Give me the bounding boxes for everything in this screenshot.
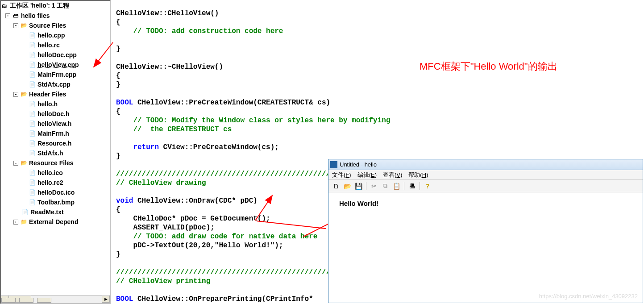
- tree-file[interactable]: 📄 hello.rc: [1, 40, 110, 50]
- code-line: CHelloView::PreCreateWindow(CREATESTRUCT…: [133, 99, 330, 107]
- h-file-icon: 📄: [29, 110, 36, 117]
- tree-file-selected[interactable]: 📄 helloView.cpp: [1, 60, 110, 70]
- paste-icon[interactable]: 📋: [391, 181, 401, 191]
- code-keyword: return: [133, 143, 159, 151]
- tree-file[interactable]: 📄helloDoc.h: [1, 109, 110, 119]
- new-file-icon[interactable]: 🗋: [331, 181, 341, 191]
- app-icon: [330, 161, 337, 168]
- tree-file-label: hello.rc2: [37, 179, 63, 186]
- hello-world-text: Hello World!: [339, 200, 378, 207]
- tree-file-label: MainFrm.cpp: [37, 71, 76, 78]
- code-keyword: BOOL: [116, 295, 133, 303]
- tree-folder-label: External Depend: [29, 218, 78, 225]
- tree-root[interactable]: 🗂 工作区 'hello': 1 工程: [1, 1, 110, 11]
- tree-file[interactable]: 📄Resource.h: [1, 138, 110, 148]
- collapse-icon[interactable]: -: [13, 92, 18, 97]
- tree-folder-external[interactable]: + 📁 External Depend: [1, 217, 110, 227]
- rc2-file-icon: 📄: [29, 179, 36, 186]
- tree-file[interactable]: 📄Toolbar.bmp: [1, 197, 110, 207]
- workspace-tabs: [1, 298, 51, 303]
- collapse-icon[interactable]: -: [13, 23, 18, 28]
- tree-file[interactable]: 📄StdAfx.h: [1, 148, 110, 158]
- folder-open-icon: 📂: [20, 22, 27, 29]
- toolbar-separator: [420, 182, 420, 190]
- tree-file[interactable]: 📄hello.rc2: [1, 178, 110, 187]
- open-file-icon[interactable]: 📂: [342, 181, 352, 191]
- toolbar-separator: [404, 182, 404, 190]
- collapse-icon[interactable]: -: [5, 13, 10, 18]
- code-line: }: [116, 81, 120, 89]
- workspace-tab[interactable]: [1, 298, 16, 303]
- tree-file[interactable]: 📄helloDoc.ico: [1, 187, 110, 197]
- folder-open-icon: 📂: [20, 159, 27, 167]
- tree-folder-header[interactable]: - 📂 Header Files: [1, 89, 110, 99]
- cpp-file-icon: 📄: [29, 81, 36, 88]
- project-icon: 🗃: [12, 12, 19, 19]
- code-line: {: [116, 18, 120, 26]
- code-line: CHelloView::CHelloView(): [116, 9, 219, 17]
- menu-edit[interactable]: 编辑(E): [357, 171, 377, 179]
- code-comment: // TODO: add construction code here: [133, 27, 283, 35]
- tree-file-readme[interactable]: 📄 ReadMe.txt: [1, 207, 110, 217]
- h-file-icon: 📄: [29, 150, 36, 157]
- h-file-icon: 📄: [29, 140, 36, 147]
- help-icon[interactable]: ?: [423, 181, 432, 191]
- app-titlebar[interactable]: Untitled - hello: [328, 159, 643, 170]
- scroll-right-button[interactable]: ▶: [102, 296, 110, 303]
- tree-file-label: Resource.h: [37, 140, 71, 147]
- menu-view[interactable]: 查看(V): [383, 171, 402, 179]
- tree-folder-resource[interactable]: - 📂 Resource Files: [1, 158, 110, 168]
- tree-file[interactable]: 📄helloView.h: [1, 119, 110, 129]
- tree-file-label: hello.cpp: [37, 32, 65, 39]
- expand-icon[interactable]: +: [13, 220, 18, 225]
- toolbar-separator: [366, 182, 366, 190]
- code-keyword: BOOL: [116, 99, 133, 107]
- h-file-icon: 📄: [29, 130, 36, 137]
- tree-file[interactable]: 📄 StdAfx.cpp: [1, 79, 110, 89]
- tree-file-label: hello.ico: [37, 169, 63, 176]
- tree-file[interactable]: 📄MainFrm.h: [1, 129, 110, 138]
- hello-app-window: Untitled - hello 文件(F) 编辑(E) 查看(V) 帮助(H)…: [328, 159, 643, 303]
- cpp-file-icon: 📄: [29, 32, 36, 39]
- menu-help[interactable]: 帮助(H): [408, 171, 428, 179]
- tree-file[interactable]: 📄hello.ico: [1, 168, 110, 178]
- tree-file[interactable]: 📄 helloDoc.cpp: [1, 50, 110, 60]
- code-line: CHelloDoc* pDoc = GetDocument();: [133, 215, 270, 223]
- cpp-file-icon: 📄: [29, 51, 36, 58]
- tree-file[interactable]: 📄hello.h: [1, 99, 110, 109]
- tree-file-label: helloView.h: [37, 120, 71, 127]
- workspace-tab[interactable]: [19, 298, 33, 303]
- save-icon[interactable]: 💾: [353, 181, 363, 191]
- code-line: ASSERT_VALID(pDoc);: [133, 224, 214, 232]
- tree-file[interactable]: 📄 hello.cpp: [1, 30, 110, 40]
- cut-icon[interactable]: ✂: [369, 181, 379, 191]
- copy-icon[interactable]: ⧉: [380, 181, 390, 191]
- tree-file-label: helloDoc.ico: [37, 189, 75, 196]
- h-file-icon: 📄: [29, 100, 36, 108]
- tree-file-label: helloDoc.h: [37, 110, 70, 117]
- tree-project[interactable]: - 🗃 hello files: [1, 11, 110, 21]
- tree-file[interactable]: 📄 MainFrm.cpp: [1, 70, 110, 79]
- menu-file[interactable]: 文件(F): [332, 171, 351, 179]
- folder-open-icon: 📂: [20, 91, 27, 98]
- collapse-icon[interactable]: -: [13, 161, 18, 166]
- workspace-tab[interactable]: [37, 298, 51, 303]
- tree-folder-label: Header Files: [29, 91, 66, 98]
- code-line: CHelloView::OnDraw(CDC* pDC): [133, 197, 257, 205]
- workspace-tree[interactable]: 🗂 工作区 'hello': 1 工程 - 🗃 hello files - 📂 …: [1, 1, 110, 285]
- print-icon[interactable]: 🖶: [407, 181, 417, 191]
- rc-file-icon: 📄: [29, 42, 36, 49]
- tree-file-label: hello.h: [37, 100, 58, 108]
- cpp-file-icon: 📄: [29, 71, 36, 78]
- folder-icon: 📁: [20, 218, 27, 225]
- code-line: }: [116, 250, 120, 258]
- code-line: {: [116, 72, 120, 80]
- app-menubar: 文件(F) 编辑(E) 查看(V) 帮助(H): [328, 170, 643, 180]
- code-line: pDC->TextOut(20,20,"Hello World!");: [133, 242, 283, 250]
- tree-file-label: StdAfx.cpp: [37, 81, 71, 88]
- code-comment: // CHelloView drawing: [116, 179, 206, 187]
- ico-file-icon: 📄: [29, 169, 36, 176]
- tree-folder-label: Source Files: [29, 22, 66, 29]
- txt-file-icon: 📄: [21, 208, 29, 216]
- tree-folder-source[interactable]: - 📂 Source Files: [1, 21, 110, 30]
